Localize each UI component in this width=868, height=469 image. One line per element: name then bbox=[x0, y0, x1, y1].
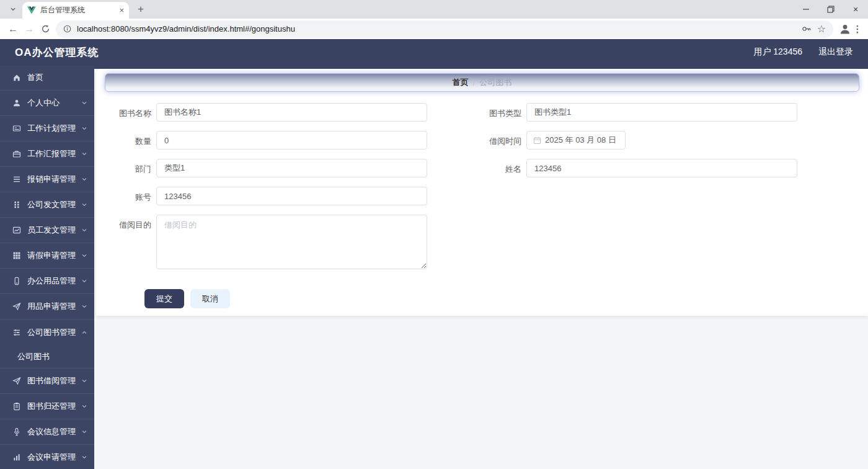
field-label: 借阅目的 bbox=[117, 215, 151, 269]
chevron-down-icon bbox=[81, 201, 88, 208]
site-info-icon[interactable] bbox=[63, 25, 71, 33]
form-field-row: 账号 bbox=[117, 187, 427, 205]
form-column-right: 图书类型借阅时间2025 年 03 月 08 日姓名 bbox=[487, 103, 797, 279]
date-picker-input[interactable]: 2025 年 03 月 08 日 bbox=[526, 131, 626, 150]
chevron-down-icon bbox=[81, 453, 88, 461]
forward-icon[interactable]: → bbox=[21, 21, 37, 37]
browser-tab[interactable]: 后台管理系统 × bbox=[22, 2, 129, 19]
sidebar-item-8[interactable]: 办公用品管理 bbox=[0, 269, 94, 294]
clipboard-icon bbox=[12, 402, 21, 411]
back-icon[interactable]: ← bbox=[5, 21, 21, 37]
text-input[interactable] bbox=[156, 103, 427, 122]
sidebar-item-label: 工作汇报管理 bbox=[27, 148, 81, 159]
view-card: 首页 / 公司图书 图书名称数量部门账号借阅目的 图书类型借阅时间2025 年 … bbox=[96, 69, 868, 316]
breadcrumb: 首页 / 公司图书 bbox=[105, 73, 859, 92]
sidebar-item-9[interactable]: 用品申请管理 bbox=[0, 294, 94, 319]
header-user[interactable]: 用户 123456 bbox=[753, 47, 802, 58]
calendar-icon bbox=[533, 136, 541, 145]
chart-icon bbox=[12, 226, 21, 234]
send-icon bbox=[12, 377, 21, 385]
sidebar-item-14[interactable]: 会议申请管理 bbox=[0, 445, 94, 469]
textarea-input[interactable] bbox=[156, 215, 427, 269]
tab-close-icon[interactable]: × bbox=[119, 6, 124, 14]
chevron-down-icon bbox=[81, 303, 88, 310]
table-icon bbox=[12, 251, 21, 260]
chevron-down-icon bbox=[9, 6, 17, 13]
url-text[interactable]: localhost:8080/ssm4yvz9/admin/dist/index… bbox=[77, 24, 796, 34]
breadcrumb-separator: / bbox=[473, 78, 476, 87]
form-field-row: 数量 bbox=[117, 131, 427, 150]
window-controls: × bbox=[794, 0, 868, 19]
logout-button[interactable]: 退出登录 bbox=[818, 47, 853, 58]
send-icon bbox=[12, 302, 21, 311]
text-input[interactable] bbox=[526, 159, 797, 177]
password-key-icon[interactable] bbox=[802, 25, 812, 33]
text-input[interactable] bbox=[156, 187, 427, 205]
chevron-down-icon bbox=[81, 150, 88, 158]
browser-toolbar: ← → localhost:8080/ssm4yvz9/admin/dist/i… bbox=[0, 19, 868, 39]
home-icon bbox=[12, 73, 21, 82]
grid-icon bbox=[12, 200, 21, 209]
browser-menu-icon[interactable]: ⋮ bbox=[852, 24, 863, 35]
sidebar-item-label: 会议申请管理 bbox=[27, 452, 81, 463]
submit-button[interactable]: 提交 bbox=[144, 289, 184, 308]
sidebar-subitem-10-0[interactable]: 公司图书 bbox=[0, 345, 94, 368]
minimize-button[interactable] bbox=[794, 0, 818, 19]
form-buttons: 提交 取消 bbox=[144, 289, 859, 308]
refresh-icon[interactable] bbox=[37, 21, 53, 37]
app-header: OA办公管理系统 用户 123456 退出登录 bbox=[0, 39, 868, 65]
text-input[interactable] bbox=[526, 103, 797, 122]
sidebar-item-0[interactable]: 首页 bbox=[0, 65, 94, 91]
chevron-up-icon bbox=[81, 329, 88, 336]
tab-search-button[interactable] bbox=[5, 2, 21, 17]
list-icon bbox=[12, 175, 21, 184]
chevron-down-icon bbox=[81, 277, 88, 285]
sidebar-item-label: 请假申请管理 bbox=[27, 250, 81, 261]
bars-icon bbox=[12, 453, 21, 462]
chevron-down-icon bbox=[81, 377, 88, 385]
form-field-row: 图书类型 bbox=[487, 103, 797, 122]
profile-avatar[interactable] bbox=[838, 22, 852, 36]
text-input[interactable] bbox=[156, 159, 427, 177]
tab-title: 后台管理系统 bbox=[40, 5, 115, 16]
sidebar-item-10[interactable]: 公司图书管理 bbox=[0, 319, 94, 345]
bookmark-star-icon[interactable]: ☆ bbox=[817, 23, 826, 35]
close-window-button[interactable]: × bbox=[843, 0, 868, 19]
field-label: 姓名 bbox=[487, 159, 521, 177]
breadcrumb-home-link[interactable]: 首页 bbox=[453, 77, 469, 88]
sidebar-item-12[interactable]: 图书归还管理 bbox=[0, 394, 94, 419]
card-icon bbox=[12, 124, 21, 133]
field-label: 图书类型 bbox=[487, 103, 521, 122]
chevron-down-icon bbox=[81, 252, 88, 259]
sidebar: 首页个人中心工作计划管理工作汇报管理报销申请管理公司发文管理员工发文管理请假申请… bbox=[0, 65, 94, 469]
sidebar-item-label: 工作计划管理 bbox=[27, 123, 81, 134]
sidebar-item-11[interactable]: 图书借阅管理 bbox=[0, 368, 94, 394]
form-column-left: 图书名称数量部门账号借阅目的 bbox=[117, 103, 427, 279]
restore-button[interactable] bbox=[818, 0, 843, 19]
sliders-icon bbox=[12, 328, 21, 337]
app-title: OA办公管理系统 bbox=[15, 45, 99, 60]
sidebar-item-1[interactable]: 个人中心 bbox=[0, 91, 94, 116]
chevron-down-icon bbox=[81, 226, 88, 234]
browser-tab-strip: 后台管理系统 × + × bbox=[0, 0, 868, 19]
sidebar-item-4[interactable]: 报销申请管理 bbox=[0, 167, 94, 192]
date-value: 2025 年 03 月 08 日 bbox=[545, 135, 616, 146]
sidebar-item-label: 公司图书管理 bbox=[27, 327, 81, 338]
sidebar-item-5[interactable]: 公司发文管理 bbox=[0, 192, 94, 218]
chevron-down-icon bbox=[81, 428, 88, 436]
sidebar-item-13[interactable]: 会议信息管理 bbox=[0, 419, 94, 445]
sidebar-item-label: 办公用品管理 bbox=[27, 275, 81, 287]
chevron-down-icon bbox=[81, 99, 88, 107]
sidebar-item-label: 公司发文管理 bbox=[27, 199, 81, 210]
new-tab-button[interactable]: + bbox=[133, 1, 149, 17]
sidebar-item-3[interactable]: 工作汇报管理 bbox=[0, 141, 94, 167]
sidebar-item-2[interactable]: 工作计划管理 bbox=[0, 116, 94, 141]
sidebar-item-7[interactable]: 请假申请管理 bbox=[0, 243, 94, 269]
field-label: 数量 bbox=[117, 131, 151, 150]
chevron-down-icon bbox=[81, 176, 88, 183]
cancel-button[interactable]: 取消 bbox=[190, 289, 230, 308]
sidebar-item-6[interactable]: 员工发文管理 bbox=[0, 218, 94, 243]
sidebar-item-label: 员工发文管理 bbox=[27, 225, 81, 236]
text-input[interactable] bbox=[156, 131, 427, 150]
address-bar[interactable]: localhost:8080/ssm4yvz9/admin/dist/index… bbox=[56, 20, 833, 38]
